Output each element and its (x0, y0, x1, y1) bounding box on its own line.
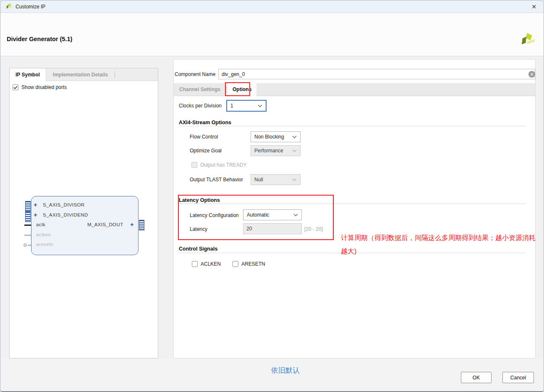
ip-title: Divider Generator (5.1) (7, 36, 72, 42)
aclken-pin (24, 235, 31, 236)
xilinx-logo-icon (6, 3, 13, 10)
port-aclken: aclken (36, 232, 51, 237)
latency-configuration-dropdown[interactable]: Automatic (243, 209, 302, 220)
output-tlast-behavior-value: Null (254, 177, 263, 183)
latency-configuration-label: Latency Configuration (190, 212, 239, 218)
close-icon: ✕ (531, 3, 536, 10)
port-s-axis-divisor: S_AXIS_DIVISOR (43, 202, 85, 207)
close-button[interactable]: ✕ (527, 0, 541, 13)
aclk-pin (24, 225, 31, 226)
clocks-per-division-dropdown[interactable]: 1 (226, 100, 267, 112)
latency-label: Latency (190, 226, 207, 232)
tab-options[interactable]: Options (228, 83, 256, 97)
ok-button[interactable]: OK (461, 372, 492, 383)
aresetn-checkbox[interactable]: ARESETN (233, 261, 265, 267)
show-disabled-ports-label: Show disabled ports (21, 84, 67, 90)
tab-channel-settings[interactable]: Channel Settings (174, 83, 226, 96)
optimize-goal-label: Optimize Goal (190, 148, 222, 154)
chevron-down-icon (292, 149, 297, 152)
component-name-label: Component Name (175, 71, 215, 77)
cancel-button[interactable]: Cancel (502, 372, 534, 383)
control-signals-header: Control Signals (179, 246, 217, 252)
chevron-down-icon (292, 136, 297, 139)
expand-port-icon[interactable]: + (34, 211, 37, 218)
latency-configuration-value: Automatic (247, 212, 269, 218)
flow-control-dropdown[interactable]: Non Blocking (251, 131, 301, 142)
aresetn-pin (28, 245, 31, 246)
expand-port-icon[interactable]: + (130, 221, 134, 228)
tab-separator (115, 71, 115, 78)
tab-ip-symbol[interactable]: IP Symbol (10, 68, 46, 81)
port-aclk: aclk (36, 222, 45, 227)
section-divider (179, 204, 526, 204)
port-aresetn: aresetn (36, 242, 53, 247)
latency-annotation-text-line2: 越大) (341, 247, 356, 256)
checkbox-unchecked-icon (191, 162, 197, 168)
aresetn-label: ARESETN (241, 261, 265, 267)
checkbox-unchecked-icon (233, 261, 238, 267)
ok-button-label: OK (473, 375, 480, 381)
chevron-down-icon (258, 105, 262, 107)
axis-bus-icon (139, 220, 144, 230)
tab-separator (226, 86, 226, 93)
optimize-goal-dropdown: Performance (251, 145, 301, 156)
axi4-stream-options-header: AXI4-Stream Options (179, 120, 231, 125)
customize-ip-dialog: Customize IP ✕ Divider Generator (5.1) i… (0, 0, 544, 392)
chevron-down-icon (293, 214, 298, 217)
title-bar: Customize IP ✕ (0, 0, 544, 13)
output-tlast-behavior-dropdown: Null (251, 174, 301, 185)
axis-bus-icon (25, 212, 31, 222)
output-tlast-behavior-label: Output TLAST Behavior (190, 177, 243, 183)
port-s-axis-dividend: S_AXIS_DIVIDEND (43, 212, 88, 217)
tab-implementation-details[interactable]: Implementation Details (46, 68, 115, 81)
checkbox-unchecked-icon (192, 261, 198, 267)
chevron-down-icon (292, 178, 297, 181)
dialog-body: IP Symbol Implementation Details Show di… (0, 56, 544, 358)
left-panel: IP Symbol Implementation Details Show di… (9, 68, 158, 358)
footer-annotation-text: 依旧默认 (271, 366, 300, 375)
clocks-per-division-value: 1 (230, 103, 233, 109)
latency-options-header: Latency Options (179, 197, 220, 203)
settings-tab-bar: Channel Settings Options (174, 83, 535, 96)
flow-control-label: Flow Control (190, 134, 218, 140)
aclken-checkbox[interactable]: ACLKEN (192, 261, 221, 267)
window-title: Customize IP (16, 4, 45, 10)
latency-annotation-text-line1: 计算周期（得到数据后，间隔这么多周期得到结果；越小资源消耗 (341, 234, 536, 243)
output-has-tready-label: Output has TREADY (200, 162, 247, 168)
port-m-axis-dout: M_AXIS_DOUT (87, 222, 123, 227)
cancel-button-label: Cancel (510, 375, 526, 381)
expand-port-icon[interactable]: + (34, 201, 37, 208)
latency-input (243, 223, 302, 234)
output-has-tready-checkbox: Output has TREADY (191, 162, 247, 168)
axis-bus-icon (25, 201, 31, 212)
clear-input-icon[interactable]: ✕ (528, 71, 535, 78)
component-name-input[interactable] (218, 69, 535, 79)
xilinx-logo-large (520, 32, 536, 48)
show-disabled-ports-checkbox[interactable]: Show disabled ports (13, 84, 67, 90)
section-divider (179, 126, 526, 126)
aresetn-pin-ring (24, 243, 27, 247)
options-panel: Component Name ✕ Channel Settings Option… (173, 59, 536, 358)
check-icon (13, 86, 18, 89)
clocks-per-division-label: Clocks per Division (179, 103, 222, 109)
optimize-goal-value: Performance (254, 148, 283, 154)
left-tab-bar: IP Symbol Implementation Details (10, 68, 158, 81)
checkbox-checked-icon (13, 84, 18, 90)
dialog-footer: 依旧默认 OK Cancel (0, 358, 544, 392)
aclken-label: ACLKEN (201, 261, 221, 267)
flow-control-value: Non Blocking (254, 134, 284, 140)
latency-range-hint: [20 - 20] (304, 226, 323, 232)
dialog-header: Divider Generator (5.1) i Documentation … (0, 13, 544, 56)
